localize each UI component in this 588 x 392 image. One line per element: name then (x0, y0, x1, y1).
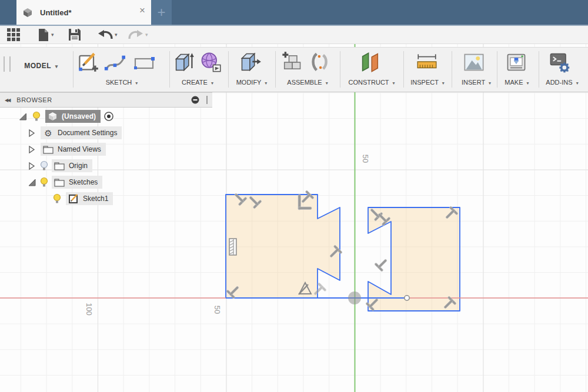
panel-resize-handle[interactable] (206, 96, 208, 104)
joint-button[interactable] (308, 51, 332, 74)
activate-component-radio-icon[interactable] (103, 111, 114, 122)
document-settings-chip[interactable]: ⚙ Document Settings (41, 126, 122, 139)
save-icon (68, 28, 81, 41)
toolbar-separator (73, 51, 74, 88)
sketch-icon (68, 193, 79, 204)
expander-expanded-icon[interactable] (26, 178, 37, 187)
tree-row-origin[interactable]: Origin (26, 159, 92, 173)
origin-marker[interactable] (348, 292, 361, 304)
assemble-group-dropdown[interactable]: ASSEMBLE ▾ (287, 79, 328, 86)
undo-button[interactable]: ▾ (98, 28, 118, 42)
press-pull-button[interactable] (239, 51, 262, 74)
visibility-bulb-on-icon[interactable] (31, 111, 42, 122)
form-button[interactable] (199, 51, 222, 74)
tree-row-root[interactable]: (Unsaved) (18, 109, 114, 123)
toolbar-separator (169, 51, 170, 88)
sketch1-label: Sketch1 (83, 195, 108, 203)
construct-plane-button[interactable] (359, 51, 382, 74)
create-sketch-button[interactable] (76, 51, 100, 74)
toolbar-separator (539, 51, 539, 88)
form-icon (199, 51, 222, 73)
tree-row-sketches[interactable]: Sketches (26, 175, 102, 189)
folder-icon (43, 145, 54, 154)
quick-access-toolbar: ▾ ▾ ▾ (0, 25, 588, 44)
make-group-dropdown[interactable]: MAKE ▾ (505, 79, 529, 86)
expander-collapsed-icon[interactable] (26, 129, 37, 138)
ribbon-toolbar: MODEL ▾ (0, 47, 588, 92)
sketch-profile-dovetail-socket[interactable] (368, 207, 460, 311)
toolbar-grip-handle[interactable] (4, 56, 11, 72)
tree-row-sketch1[interactable]: Sketch1 (52, 192, 113, 206)
document-tab[interactable]: Untitled* × (16, 0, 151, 25)
construct-plane-icon (359, 51, 382, 73)
tree-row-document-settings[interactable]: ⚙ Document Settings (26, 126, 122, 140)
3d-print-button[interactable] (505, 51, 528, 74)
document-settings-label: Document Settings (58, 129, 117, 137)
document-title: Untitled* (40, 8, 71, 17)
visibility-bulb-off-icon[interactable] (39, 160, 49, 171)
joint-icon (309, 51, 331, 73)
modify-group-dropdown[interactable]: MODIFY ▾ (236, 79, 268, 86)
new-tab-button[interactable]: + (151, 0, 172, 25)
tree-row-named-views[interactable]: Named Views (26, 142, 106, 156)
collapse-panel-icon[interactable]: ◀◀ (5, 98, 9, 103)
redo-button[interactable]: ▾ (128, 28, 148, 42)
insert-group-dropdown[interactable]: INSERT ▾ (462, 79, 491, 86)
create-sketch-icon (78, 52, 99, 73)
measure-button[interactable] (415, 51, 439, 74)
addins-group-dropdown[interactable]: ADD-INS ▾ (546, 79, 578, 86)
extrude-icon (173, 51, 195, 73)
redo-icon (128, 29, 143, 41)
app-grid-button[interactable] (7, 28, 21, 42)
create-group-dropdown[interactable]: CREATE ▾ (182, 79, 213, 86)
origin-chip[interactable]: Origin (52, 159, 92, 172)
grid-label-x50: 50 (213, 306, 222, 314)
visibility-bulb-on-icon[interactable] (52, 193, 62, 204)
workspace-selector[interactable]: MODEL ▾ (14, 62, 68, 70)
fusion360-window: 50 100 50 Untitled* × + (0, 0, 588, 392)
close-tab-icon[interactable]: × (139, 5, 145, 15)
extrude-button[interactable] (172, 51, 196, 74)
undo-icon (98, 29, 113, 41)
insert-image-button[interactable] (462, 51, 486, 74)
file-menu-button[interactable]: ▾ (38, 28, 54, 42)
sketches-chip[interactable]: Sketches (52, 176, 102, 189)
sketch-point[interactable] (405, 296, 409, 300)
workspace-caret-icon: ▾ (55, 63, 58, 69)
3d-print-icon (505, 52, 527, 73)
browser-panel-header[interactable]: ◀◀ BROWSER (0, 92, 212, 108)
spline-button[interactable] (103, 51, 127, 74)
folder-icon (54, 162, 65, 170)
toolbar-separator (403, 51, 404, 88)
horizontal-constraint-icon[interactable] (298, 207, 312, 210)
rectangle-button[interactable] (133, 51, 156, 74)
sketch1-chip[interactable]: Sketch1 (66, 192, 113, 205)
insert-image-icon (463, 52, 485, 72)
new-component-button[interactable] (280, 51, 303, 74)
expander-collapsed-icon[interactable] (26, 145, 37, 154)
save-button[interactable] (68, 28, 81, 42)
expander-expanded-icon[interactable] (18, 112, 28, 121)
expander-collapsed-icon[interactable] (26, 162, 37, 170)
gear-icon: ⚙ (43, 129, 54, 138)
folder-icon (54, 178, 65, 187)
sketch-group-dropdown[interactable]: SKETCH ▾ (106, 79, 138, 86)
redo-caret-icon[interactable]: ▾ (145, 32, 148, 38)
toolbar-separator (497, 51, 497, 88)
visibility-bulb-on-icon[interactable] (39, 177, 49, 187)
sketches-label: Sketches (69, 178, 98, 186)
parallel-hatch-constraint-icon[interactable] (229, 239, 236, 255)
document-tab-bar: Untitled* × + (0, 0, 588, 25)
grid-icon (7, 28, 21, 42)
root-component-chip[interactable]: (Unsaved) (45, 110, 101, 123)
inspect-group-dropdown[interactable]: INSPECT ▾ (410, 79, 445, 86)
undo-caret-icon[interactable]: ▾ (115, 32, 118, 38)
root-component-label: (Unsaved) (62, 112, 96, 120)
construct-group-dropdown[interactable]: CONSTRUCT ▾ (349, 79, 395, 86)
scripts-addins-button[interactable] (548, 51, 572, 74)
named-views-chip[interactable]: Named Views (41, 143, 106, 156)
new-component-icon (280, 51, 303, 73)
sketch-profile-dovetail-pin[interactable] (226, 195, 340, 298)
minimize-panel-icon[interactable] (191, 96, 199, 104)
perpendicular-constraint-icon[interactable] (375, 256, 390, 272)
